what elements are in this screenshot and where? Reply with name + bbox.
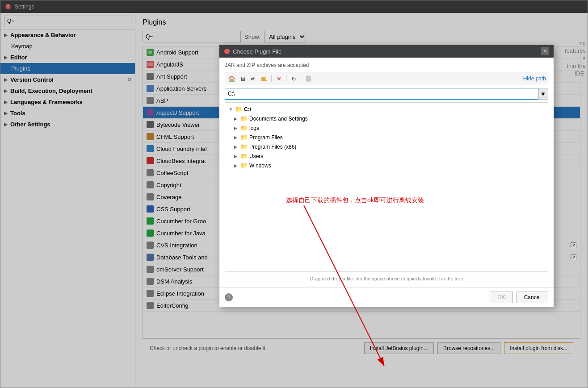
tree-item[interactable]: ▶ 📁 Users <box>225 151 548 161</box>
dialog-status: Drag and drop a file into the space abov… <box>225 274 548 283</box>
tree-item-label: Program Files (x86) <box>249 144 296 150</box>
hide-path-link[interactable]: Hide path <box>523 75 546 82</box>
toolbar-separator <box>271 75 272 82</box>
tree-expand-icon: ▼ <box>229 107 233 112</box>
folder-icon: 📁 <box>240 162 248 169</box>
folder-up-button[interactable] <box>248 74 258 83</box>
folder-icon: 📁 <box>240 134 248 141</box>
tree-expand-icon: ▶ <box>234 145 239 149</box>
dialog-overlay: Choose Plugin File ✕ JAR and ZIP archive… <box>0 0 588 388</box>
bookmark-button[interactable] <box>303 74 313 83</box>
dialog-title-left: Choose Plugin File <box>224 48 281 55</box>
dialog-toolbar: 🏠 🖥 + ✕ ↻ Hide path <box>225 72 548 85</box>
path-input[interactable] <box>225 88 538 100</box>
tree-item-label: Windows <box>249 163 271 169</box>
tree-expand-icon: ▶ <box>234 135 239 140</box>
tree-item-label: Users <box>249 153 263 159</box>
file-tree: ▼ 📁 C:\ ▶ 📁 Documents and Settings ▶ 📁 l… <box>225 102 548 272</box>
folder-icon: 📁 <box>240 143 248 150</box>
tree-item-label: C:\ <box>244 106 251 113</box>
path-row: ▼ <box>225 88 548 100</box>
dialog-hint: JAR and ZIP archives are accepted <box>225 62 548 68</box>
tree-expand-icon: ▶ <box>234 154 239 159</box>
help-button[interactable]: ? <box>225 293 233 301</box>
tree-expand-icon: ▶ <box>234 117 239 121</box>
folder-icon: 📁 <box>240 115 248 122</box>
dialog-title-text: Choose Plugin File <box>233 48 281 55</box>
dialog-close-button[interactable]: ✕ <box>541 47 549 55</box>
home-button[interactable]: 🏠 <box>227 74 237 83</box>
folder-icon: 📁 <box>240 153 248 159</box>
desktop-button[interactable]: 🖥 <box>238 74 248 83</box>
tree-item[interactable]: ▶ 📁 Documents and Settings <box>225 114 548 123</box>
folder-new-button[interactable]: + <box>259 74 269 83</box>
tree-item-root[interactable]: ▼ 📁 C:\ <box>225 104 548 114</box>
delete-button[interactable]: ✕ <box>274 74 284 83</box>
tree-item-label: Program Files <box>249 134 283 141</box>
dialog-body: JAR and ZIP archives are accepted 🏠 🖥 + … <box>219 58 554 288</box>
tree-expand-icon: ▶ <box>234 163 239 168</box>
dialog-app-icon <box>224 48 230 54</box>
refresh-button[interactable]: ↻ <box>289 74 298 83</box>
svg-point-5 <box>224 49 230 54</box>
tree-item[interactable]: ▶ 📁 logs <box>225 123 548 133</box>
dialog-title-bar: Choose Plugin File ✕ <box>219 45 554 58</box>
tree-item-label: Documents and Settings <box>249 116 308 122</box>
choose-plugin-file-dialog: Choose Plugin File ✕ JAR and ZIP archive… <box>219 45 554 307</box>
svg-rect-8 <box>306 76 311 81</box>
ok-button[interactable]: OK <box>490 292 512 303</box>
tree-expand-icon: ▶ <box>234 126 239 130</box>
cancel-button[interactable]: Cancel <box>517 292 548 303</box>
toolbar-separator <box>286 75 286 82</box>
svg-text:+: + <box>265 75 267 82</box>
toolbar-separator <box>301 75 301 82</box>
tree-item[interactable]: ▶ 📁 Windows <box>225 161 548 170</box>
dialog-footer: ? OK Cancel <box>219 288 554 307</box>
path-expand-button[interactable]: ▼ <box>538 88 548 100</box>
tree-item[interactable]: ▶ 📁 Program Files <box>225 133 548 142</box>
tree-item[interactable]: ▶ 📁 Program Files (x86) <box>225 142 548 151</box>
folder-icon: 📁 <box>235 106 242 113</box>
folder-icon: 📁 <box>240 125 248 131</box>
tree-item-label: logs <box>249 125 259 131</box>
